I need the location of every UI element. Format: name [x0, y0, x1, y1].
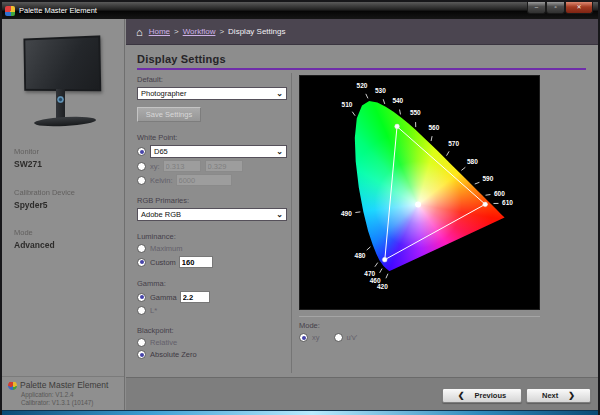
default-label: Default: [137, 75, 287, 84]
diagram-mode-label: Mode: [299, 321, 542, 330]
calibration-device-info: Calibration Device Spyder5 [14, 188, 75, 210]
absolute-zero-radio[interactable] [137, 350, 146, 359]
close-button[interactable]: ✕ [565, 2, 593, 14]
column-divider [291, 73, 292, 373]
monitor-image [16, 33, 108, 125]
svg-text:610: 610 [502, 199, 513, 206]
mode-uv-radio[interactable] [334, 333, 343, 342]
footer-app-name: Palette Master Element [20, 380, 108, 390]
luminance-custom-row: Custom [137, 256, 287, 268]
svg-text:490: 490 [341, 210, 352, 217]
breadcrumb-separator: > [174, 27, 179, 36]
chevron-down-icon: ⌄ [276, 149, 283, 155]
gamma-value-row: Gamma [137, 291, 287, 303]
breadcrumb-separator: > [219, 27, 224, 36]
svg-text:520: 520 [357, 82, 368, 89]
lstar-row: L* [137, 306, 287, 315]
white-point-preset-row: D65 ⌄ [137, 145, 287, 158]
next-button-label: Next [542, 391, 558, 400]
gamma-field[interactable] [180, 291, 210, 303]
breadcrumb-current: Display Settings [228, 27, 285, 36]
window-bottom-edge [2, 410, 598, 415]
next-button[interactable]: Next ❯ [526, 388, 591, 403]
calibrator-version: Calibrator: V1.3.1 (10147) [21, 399, 124, 406]
heading-rule [137, 68, 586, 70]
device-label: Calibration Device [14, 188, 75, 197]
svg-text:580: 580 [467, 158, 478, 165]
mode-value: Advanced [14, 240, 55, 250]
white-point-label: White Point: [137, 133, 287, 142]
svg-text:480: 480 [355, 252, 366, 259]
mode-xy-option: xy [299, 333, 320, 342]
kelvin-field [176, 174, 232, 186]
luminance-label: Luminance: [137, 232, 287, 241]
rgb-primaries-select[interactable]: Adobe RGB ⌄ [137, 208, 287, 221]
mode-uv-label: u'v' [347, 333, 358, 342]
chevron-left-icon: ❮ [458, 391, 465, 400]
absolute-zero-label: Absolute Zero [150, 350, 197, 359]
white-point-xy-row: xy: [137, 160, 287, 172]
minimize-button[interactable]: – [527, 2, 546, 14]
kelvin-label: Kelvin: [150, 176, 173, 185]
blackpoint-absolute-row: Absolute Zero [137, 350, 287, 359]
white-point-xy-radio[interactable] [137, 162, 146, 171]
mode-info: Mode Advanced [14, 228, 55, 250]
sidebar-footer: Palette Master Element Application: V1.2… [2, 376, 124, 410]
mode-label: Mode [14, 228, 55, 237]
app-icon [5, 6, 15, 16]
lstar-radio[interactable] [137, 306, 146, 315]
relative-radio[interactable] [137, 338, 146, 347]
svg-text:570: 570 [448, 140, 459, 147]
breadcrumb-home-link[interactable]: Home [149, 27, 170, 36]
svg-text:510: 510 [342, 101, 353, 108]
monitor-screen-art [23, 35, 101, 91]
monitor-info: Monitor SW271 [14, 147, 42, 169]
save-settings-button[interactable]: Save Settings [137, 107, 201, 122]
maximize-button[interactable]: ▫ [546, 2, 565, 14]
monitor-base-art [34, 115, 96, 127]
xy-label: xy: [150, 162, 160, 171]
white-point-select[interactable]: D65 ⌄ [150, 145, 287, 158]
y-value-field [205, 160, 243, 172]
previous-button-label: Previous [475, 391, 507, 400]
white-point-kelvin-row: Kelvin: [137, 174, 287, 186]
breadcrumb: ⌂ Home > Workflow > Display Settings [126, 19, 598, 45]
default-select[interactable]: Photographer ⌄ [137, 87, 287, 100]
settings-form: Default: Photographer ⌄ Save Settings Wh… [137, 75, 287, 362]
custom-label: Custom [150, 258, 176, 267]
cie-chromaticity-diagram: 4204604704804905105205305405505605705805… [299, 75, 540, 310]
mode-uv-option: u'v' [334, 333, 358, 342]
maximum-radio[interactable] [137, 244, 146, 253]
blackpoint-label: Blackpoint: [137, 326, 287, 335]
previous-button[interactable]: ❮ Previous [442, 388, 522, 403]
default-select-value: Photographer [141, 89, 276, 98]
gamma-label: Gamma: [137, 279, 287, 288]
monitor-value: SW271 [14, 159, 42, 169]
white-point-preset-radio[interactable] [137, 147, 146, 156]
kelvin-radio[interactable] [137, 176, 146, 185]
gamma-radio-label: Gamma [150, 293, 177, 302]
custom-radio[interactable] [137, 258, 146, 267]
gamma-radio[interactable] [137, 293, 146, 302]
titlebar[interactable]: Palette Master Element – ▫ ✕ [2, 2, 598, 19]
svg-text:470: 470 [364, 270, 375, 277]
svg-text:540: 540 [392, 97, 403, 104]
diagram-column: 4204604704804905105205305405505605705805… [299, 75, 542, 342]
blackpoint-relative-row: Relative [137, 338, 287, 347]
monitor-stand-hole-art [57, 95, 64, 104]
device-value: Spyder5 [14, 200, 75, 210]
application-version: Application: V1.2.4 [21, 391, 124, 398]
breadcrumb-workflow-link[interactable]: Workflow [183, 27, 216, 36]
svg-text:530: 530 [375, 87, 386, 94]
custom-luminance-field[interactable] [179, 256, 213, 268]
chevron-right-icon: ❯ [568, 391, 575, 400]
home-icon: ⌂ [136, 27, 143, 37]
cie-overlay: 4204604704804905105205305405505605705805… [300, 76, 541, 311]
svg-text:460: 460 [370, 277, 381, 284]
mode-xy-radio[interactable] [299, 333, 308, 342]
chevron-down-icon: ⌄ [276, 212, 283, 218]
rgb-primaries-select-value: Adobe RGB [141, 210, 276, 219]
diagram-underline [299, 316, 540, 317]
page-title: Display Settings [126, 45, 598, 65]
monitor-stand-art [56, 89, 65, 119]
